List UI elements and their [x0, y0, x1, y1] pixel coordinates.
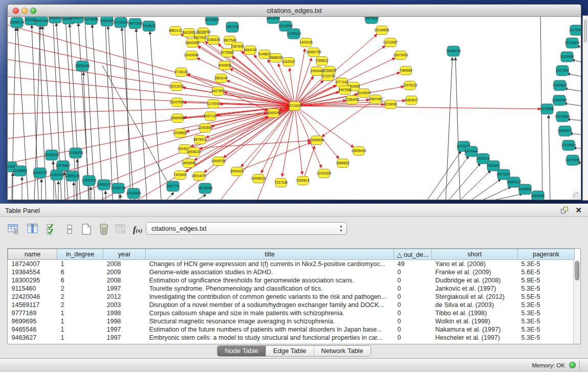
graph-edge[interactable]: [455, 57, 460, 200]
cell-name[interactable]: 9463627: [8, 334, 57, 342]
graph-edge[interactable]: [8, 94, 295, 106]
tab-network-table[interactable]: Network Table: [314, 346, 371, 356]
cell-pagerank[interactable]: 5.9E-5: [518, 276, 575, 285]
graph-edge[interactable]: [135, 199, 136, 200]
graph-edge[interactable]: [124, 17, 130, 200]
table-row[interactable]: 1938455462009Genome-wide association stu…: [8, 268, 575, 276]
cell-in_degree[interactable]: 2: [57, 293, 103, 301]
cell-year[interactable]: 2008: [103, 260, 146, 268]
column-header-title[interactable]: title: [146, 249, 394, 260]
graph-edge[interactable]: [564, 103, 581, 108]
cell-name[interactable]: 18724007: [8, 260, 57, 268]
cell-out_degree[interactable]: 0: [394, 317, 432, 325]
cell-in_degree[interactable]: 1: [57, 317, 103, 325]
cell-title[interactable]: Disruption of a novel member of a sodium…: [146, 301, 394, 309]
graph-edge[interactable]: [471, 179, 501, 200]
table-row[interactable]: 2242004622012Investigating the contribut…: [8, 293, 575, 301]
cell-out_degree[interactable]: 0: [394, 301, 432, 309]
cell-short[interactable]: Franke et al. (2009): [432, 268, 518, 276]
cell-title[interactable]: Estimation of significance thresholds fo…: [146, 276, 394, 285]
graph-edge[interactable]: [427, 151, 461, 200]
memory-ok-indicator[interactable]: [569, 362, 576, 368]
graph-edge[interactable]: [567, 74, 581, 79]
graph-edge[interactable]: [92, 25, 103, 200]
column-header-pagerank[interactable]: pagerank: [518, 249, 575, 260]
cell-short[interactable]: Yano et al. (2008): [432, 260, 518, 268]
cell-pagerank[interactable]: 5.3E-5: [518, 260, 575, 268]
graph-edge[interactable]: [460, 170, 491, 200]
graph-edge[interactable]: [282, 106, 295, 177]
cell-title[interactable]: Embryonic stem cells: a model to study s…: [146, 334, 394, 342]
column-header-in_degree[interactable]: in_degree: [57, 249, 103, 260]
cell-name[interactable]: 9115460: [8, 285, 57, 293]
table-scrollbar[interactable]: [573, 260, 580, 344]
cell-year[interactable]: 1998: [103, 317, 146, 325]
cell-short[interactable]: Hescheler et al. (1997): [432, 334, 518, 342]
column-header-short[interactable]: short: [432, 249, 518, 260]
new-table-icon[interactable]: [79, 222, 94, 237]
cell-title[interactable]: Estimation of the future numbers of pati…: [146, 325, 394, 334]
graph-edge[interactable]: [449, 163, 481, 200]
table-row[interactable]: 1872400712008Changes of HCN gene express…: [8, 260, 575, 268]
cell-year[interactable]: 2009: [103, 268, 146, 276]
cell-short[interactable]: Wolkin et al. (1998): [432, 317, 518, 325]
graph-edge[interactable]: [567, 119, 581, 122]
cell-in_degree[interactable]: 6: [57, 276, 103, 285]
cell-in_degree[interactable]: 1: [57, 260, 103, 268]
cell-out_degree[interactable]: 0: [394, 293, 432, 301]
graph-edge[interactable]: [197, 58, 295, 106]
citation-network-graph[interactable]: 1872400788601238912955182260589827503165…: [8, 17, 581, 200]
close-panel-icon[interactable]: ✕: [575, 206, 582, 215]
cell-title[interactable]: Structural magnetic resonance image aver…: [146, 317, 394, 325]
graph-edge[interactable]: [166, 192, 174, 200]
tab-edge-table[interactable]: Edge Table: [266, 346, 314, 356]
cell-year[interactable]: 1997: [103, 325, 146, 334]
cell-pagerank[interactable]: 5.5E-5: [518, 293, 575, 301]
cell-in_degree[interactable]: 6: [57, 268, 103, 276]
cell-out_degree[interactable]: 0: [394, 276, 432, 285]
select-columns-icon[interactable]: [45, 222, 59, 237]
cell-out_degree[interactable]: 0: [394, 285, 432, 293]
table-row[interactable]: 1830029562008Estimation of significance …: [8, 276, 575, 285]
graph-edge[interactable]: [237, 142, 311, 171]
graph-edge[interactable]: [102, 65, 169, 185]
function-builder-icon[interactable]: f(x): [129, 222, 146, 237]
show-column-icon[interactable]: [26, 222, 40, 237]
cell-title[interactable]: Corpus callosum shape and size in male p…: [146, 309, 394, 317]
row-height-icon[interactable]: [62, 222, 77, 237]
table-row[interactable]: 1456911722003Disruption of a novel membe…: [8, 301, 575, 309]
cell-name[interactable]: 18300295: [8, 276, 57, 285]
cell-in_degree[interactable]: 1: [57, 334, 103, 342]
cell-out_degree[interactable]: 0: [394, 268, 432, 276]
cell-short[interactable]: Stergiakouli et al. (2012): [432, 293, 518, 301]
tab-node-table[interactable]: Node Table: [217, 346, 266, 356]
cell-in_degree[interactable]: 2: [57, 285, 103, 293]
cell-out_degree[interactable]: 0: [394, 309, 432, 317]
column-header-out_degree[interactable]: △ out_de...: [394, 249, 432, 260]
cell-title[interactable]: Investigating the contribution of common…: [146, 293, 394, 301]
cell-short[interactable]: Dudbridge et al. (2008): [432, 276, 518, 285]
delete-column-icon[interactable]: [97, 222, 111, 237]
cell-year[interactable]: 1997: [103, 334, 146, 342]
table-row[interactable]: 946362711997Embryonic stem cells: a mode…: [8, 334, 575, 342]
graph-edge[interactable]: [197, 194, 206, 200]
graph-edge[interactable]: [564, 89, 581, 94]
cell-pagerank[interactable]: 5.6E-5: [518, 268, 575, 276]
cell-short[interactable]: Nakamura et al. (1997): [432, 325, 518, 334]
cell-pagerank[interactable]: 5.3E-5: [518, 285, 575, 293]
graph-edge[interactable]: [549, 115, 550, 200]
cell-name[interactable]: 22420046: [8, 293, 57, 301]
network-canvas[interactable]: 1872400788601238912955182260589827503165…: [8, 17, 581, 200]
graph-edge[interactable]: [295, 106, 541, 109]
table-scrollbar-thumb[interactable]: [575, 261, 579, 280]
graph-edge[interactable]: [136, 29, 147, 200]
cell-name[interactable]: 19384554: [8, 268, 57, 276]
cell-in_degree[interactable]: 1: [57, 325, 103, 334]
cell-name[interactable]: 14569117: [8, 301, 57, 309]
graph-edge[interactable]: [446, 57, 452, 200]
graph-edge[interactable]: [494, 194, 522, 200]
graph-edge[interactable]: [74, 182, 74, 200]
cell-pagerank[interactable]: 5.3E-5: [518, 334, 575, 342]
cell-year[interactable]: 2008: [103, 276, 146, 285]
cell-out_degree[interactable]: 49: [394, 260, 432, 268]
